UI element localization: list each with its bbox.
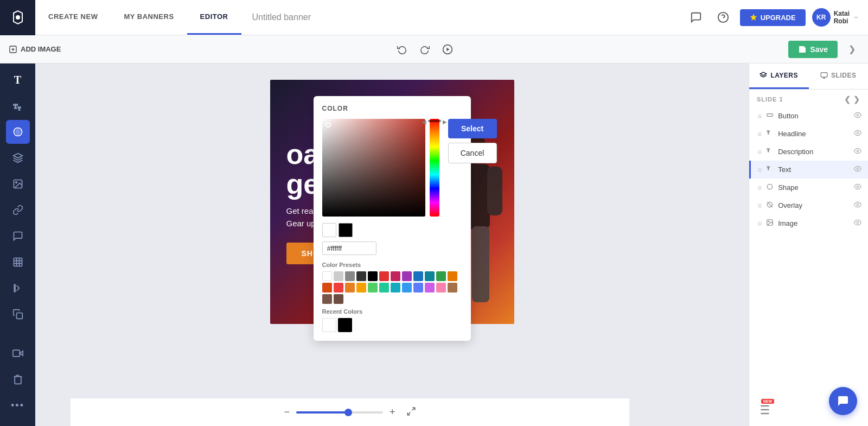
nav-editor[interactable]: EDITOR xyxy=(187,0,241,35)
sidebar-more-tool[interactable]: ••• xyxy=(6,393,30,417)
preset-swatch[interactable] xyxy=(425,271,435,281)
sidebar-text-tool[interactable]: T xyxy=(6,68,30,92)
layer-visibility-toggle[interactable] xyxy=(854,201,861,210)
sidebar-delete-tool[interactable] xyxy=(6,367,30,391)
layer-drag-handle[interactable]: ≡ xyxy=(757,130,762,138)
color-gradient-picker[interactable] xyxy=(322,119,425,217)
layer-drag-handle[interactable]: ≡ xyxy=(757,112,762,120)
preset-swatch[interactable] xyxy=(379,283,389,293)
preset-swatch[interactable] xyxy=(413,283,423,293)
chat-icon-btn[interactable] xyxy=(686,7,706,28)
preset-swatch[interactable] xyxy=(413,271,423,281)
preset-swatch[interactable] xyxy=(356,283,366,293)
save-button[interactable]: Save xyxy=(788,41,838,58)
layer-item[interactable]: ≡ Image xyxy=(749,214,868,232)
layer-item[interactable]: ≡ Button xyxy=(749,107,868,125)
recent-color-swatch[interactable] xyxy=(338,318,352,332)
zoom-minus-button[interactable]: − xyxy=(284,406,290,418)
nav-create-new[interactable]: CREATE NEW xyxy=(35,0,111,35)
layer-item[interactable]: ≡ Overlay xyxy=(749,196,868,214)
layer-visibility-toggle[interactable] xyxy=(854,183,861,192)
swatch-white[interactable] xyxy=(322,223,336,237)
preset-swatch[interactable] xyxy=(391,283,400,293)
app-logo[interactable] xyxy=(0,0,35,35)
preset-swatch[interactable] xyxy=(391,271,400,281)
tab-layers[interactable]: LAYERS xyxy=(749,63,809,89)
sidebar-duplicate-tool[interactable] xyxy=(6,302,30,326)
delete-icon xyxy=(12,374,23,385)
sidebar-link-tool[interactable] xyxy=(6,198,30,222)
sidebar-color-tool[interactable] xyxy=(6,120,30,144)
user-avatar[interactable]: KR KataiRobi xyxy=(812,8,859,27)
layer-item[interactable]: ≡ T Text xyxy=(749,161,868,179)
color-select-button[interactable]: Select xyxy=(448,119,497,138)
layer-visibility-toggle[interactable] xyxy=(854,219,861,228)
slides-tab-icon xyxy=(820,72,828,79)
slide-prev-button[interactable]: ❮ xyxy=(844,95,851,104)
more-options-arrow[interactable]: ❯ xyxy=(844,42,859,57)
layer-item[interactable]: ≡ T Description xyxy=(749,143,868,161)
layer-visibility-toggle[interactable] xyxy=(854,129,861,138)
layer-drag-handle[interactable]: ≡ xyxy=(757,219,762,228)
preset-swatch[interactable] xyxy=(334,283,343,293)
preset-swatch[interactable] xyxy=(448,271,457,281)
layer-drag-handle[interactable]: ≡ xyxy=(757,148,762,156)
layer-item[interactable]: ≡ Shape xyxy=(749,179,868,196)
preset-swatch[interactable] xyxy=(368,271,378,281)
banner-title[interactable]: Untitled banner xyxy=(241,12,686,22)
preset-swatch[interactable] xyxy=(334,294,343,304)
preset-swatch[interactable] xyxy=(379,271,389,281)
preset-swatch[interactable] xyxy=(345,283,355,293)
preset-swatch[interactable] xyxy=(356,271,366,281)
slide-next-button[interactable]: ❯ xyxy=(853,95,860,104)
gradient-handle[interactable] xyxy=(326,122,331,128)
preset-swatch[interactable] xyxy=(345,271,355,281)
layer-drag-handle[interactable]: ≡ xyxy=(757,201,762,210)
preset-swatch[interactable] xyxy=(436,283,446,293)
redo-button[interactable] xyxy=(416,40,434,59)
preset-swatch[interactable] xyxy=(402,283,412,293)
preset-swatch[interactable] xyxy=(334,271,343,281)
preset-swatch[interactable] xyxy=(436,271,446,281)
color-cancel-button[interactable]: Cancel xyxy=(448,143,497,163)
sidebar-speech-tool[interactable] xyxy=(6,224,30,248)
preset-swatch[interactable] xyxy=(448,283,457,293)
sidebar-text-size-tool[interactable]: T T xyxy=(6,94,30,118)
play-button[interactable] xyxy=(438,40,457,59)
chat-bubble-button[interactable] xyxy=(829,387,857,415)
preset-swatch[interactable] xyxy=(322,271,332,281)
zoom-expand-button[interactable] xyxy=(406,406,416,418)
preset-swatch[interactable] xyxy=(322,283,332,293)
help-icon-btn[interactable] xyxy=(713,7,733,28)
layer-visibility-toggle[interactable] xyxy=(854,165,861,174)
preset-swatch[interactable] xyxy=(322,294,332,304)
layer-visibility-toggle[interactable] xyxy=(854,147,861,156)
add-image-button[interactable]: ADD IMAGE xyxy=(9,45,61,54)
recent-color-swatch[interactable] xyxy=(322,318,336,332)
upgrade-button[interactable]: UPGRADE xyxy=(740,9,806,26)
sidebar-video-tool[interactable] xyxy=(6,341,30,365)
zoom-plus-button[interactable]: + xyxy=(390,406,395,418)
layer-visibility-toggle[interactable] xyxy=(854,111,861,120)
tab-slides[interactable]: SLIDES xyxy=(809,63,869,89)
canvas-area[interactable]: COLOR ▶ xyxy=(35,63,749,426)
sidebar-image-tool[interactable] xyxy=(6,172,30,196)
layer-drag-handle[interactable]: ≡ xyxy=(757,183,762,192)
hex-input-field[interactable] xyxy=(322,241,376,255)
swatch-transparent[interactable] xyxy=(339,223,353,237)
undo-button[interactable] xyxy=(393,40,411,59)
sidebar-layers-tool[interactable] xyxy=(6,146,30,170)
secondary-toolbar: ADD IMAGE Save ❯ xyxy=(0,35,868,63)
zoom-slider-thumb[interactable] xyxy=(344,409,352,416)
sidebar-next-tool[interactable] xyxy=(6,276,30,300)
layer-item[interactable]: ≡ T Headline xyxy=(749,125,868,143)
sidebar-table-tool[interactable] xyxy=(6,250,30,274)
preset-swatch[interactable] xyxy=(402,271,412,281)
color-hue-strip[interactable] xyxy=(430,119,439,217)
hue-handle[interactable] xyxy=(428,120,441,122)
layer-drag-handle[interactable]: ≡ xyxy=(757,166,762,174)
nav-my-banners[interactable]: MY BANNERS xyxy=(111,0,187,35)
zoom-slider[interactable] xyxy=(296,411,383,414)
preset-swatch[interactable] xyxy=(425,283,435,293)
preset-swatch[interactable] xyxy=(368,283,378,293)
